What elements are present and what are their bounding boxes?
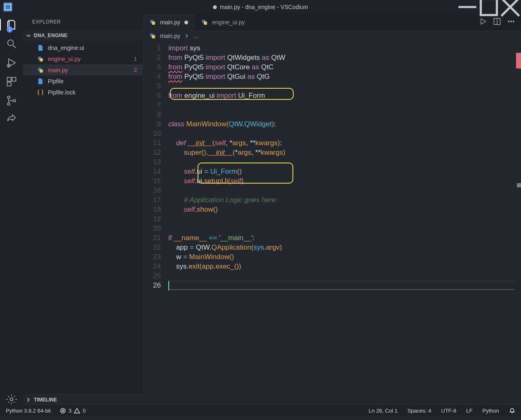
code-editor[interactable]: 1234567891011121314151617181920212223242… xyxy=(143,41,521,405)
svg-marker-34 xyxy=(74,408,80,413)
status-encoding[interactable]: UTF-8 xyxy=(441,408,457,414)
gutter: 1234567891011121314151617181920212223242… xyxy=(143,41,168,405)
svg-point-26 xyxy=(508,21,509,22)
modified-dot-icon xyxy=(213,5,217,9)
activity-scm[interactable] xyxy=(0,95,23,106)
activity-extensions[interactable] xyxy=(0,76,23,87)
window-title-group: main.py - dna_engine - VSCodium xyxy=(213,4,308,10)
status-language[interactable]: Python xyxy=(483,408,499,414)
maximize-button[interactable] xyxy=(478,0,500,14)
split-editor-button[interactable] xyxy=(493,17,501,27)
file-icon xyxy=(37,45,44,51)
svg-rect-9 xyxy=(12,78,16,81)
activity-search[interactable] xyxy=(0,38,23,50)
tab-engine-ui-py[interactable]: engine_ui.py xyxy=(195,14,251,31)
chevron-right-icon xyxy=(184,33,189,38)
svg-rect-22 xyxy=(204,21,207,25)
svg-point-27 xyxy=(511,21,512,22)
svg-rect-1 xyxy=(481,0,497,15)
svg-marker-6 xyxy=(9,59,15,67)
svg-rect-16 xyxy=(40,58,43,61)
explorer-sidebar: EXPLORER DNA_ENGINE dna_engine.ui engine… xyxy=(23,14,143,405)
overview-cursor-marker xyxy=(517,183,521,187)
explorer-badge: 1 xyxy=(7,26,13,33)
status-bar: Python 3.8.2 64-bit 3 0 Ln 26, Col 1 Spa… xyxy=(0,405,521,416)
minimize-button[interactable] xyxy=(457,0,478,14)
python-icon xyxy=(149,33,156,39)
activity-settings[interactable] xyxy=(0,394,23,405)
file-pipfile-lock[interactable]: Pipfile.lock xyxy=(23,87,143,98)
status-python-version[interactable]: Python 3.8.2 64-bit xyxy=(6,408,51,414)
editor-area: main.py engine_ui.py main.py … 123456789… xyxy=(143,14,521,405)
svg-point-12 xyxy=(7,103,10,105)
svg-rect-20 xyxy=(152,21,155,25)
sidebar-title: EXPLORER xyxy=(23,14,143,30)
activity-bar: 1 xyxy=(0,14,23,405)
svg-point-14 xyxy=(10,398,13,401)
close-button[interactable] xyxy=(500,0,521,14)
svg-line-5 xyxy=(13,45,16,48)
title-bar: main.py - dna_engine - VSCodium xyxy=(0,0,521,14)
file-engine-ui-py[interactable]: engine_ui.py 1 xyxy=(23,53,143,64)
svg-rect-18 xyxy=(40,69,43,73)
python-icon xyxy=(37,67,44,73)
app-icon xyxy=(3,2,12,12)
status-cursor-position[interactable]: Ln 26, Col 1 xyxy=(369,408,398,414)
tab-main-py[interactable]: main.py xyxy=(143,14,195,31)
status-problems[interactable]: 3 0 xyxy=(60,408,85,414)
svg-rect-10 xyxy=(7,82,11,86)
activity-explorer[interactable]: 1 xyxy=(0,19,23,31)
chevron-down-icon xyxy=(26,33,31,38)
status-eol[interactable]: LF xyxy=(466,408,472,414)
file-icon xyxy=(37,78,44,85)
overview-ruler[interactable] xyxy=(514,41,521,405)
warning-icon xyxy=(74,408,80,414)
file-main-py[interactable]: main.py 2 xyxy=(23,64,143,76)
file-dna-engine-ui[interactable]: dna_engine.ui xyxy=(23,42,143,53)
status-notifications[interactable] xyxy=(509,408,515,414)
overview-error-marker xyxy=(516,53,521,68)
modified-dot-icon xyxy=(184,21,188,24)
python-icon xyxy=(149,19,156,26)
bell-icon xyxy=(509,408,515,414)
status-indentation[interactable]: Spaces: 4 xyxy=(408,408,431,414)
run-button[interactable] xyxy=(479,17,487,27)
svg-point-11 xyxy=(7,96,10,99)
svg-rect-8 xyxy=(7,78,11,81)
svg-point-13 xyxy=(13,99,16,102)
file-pipfile[interactable]: Pipfile xyxy=(23,76,143,87)
sidebar-folder-header[interactable]: DNA_ENGINE xyxy=(23,30,143,41)
code-content[interactable]: import sys from PyQt5 import QtWidgets a… xyxy=(168,41,521,405)
python-icon xyxy=(37,56,44,62)
python-icon xyxy=(201,19,208,26)
activity-share[interactable] xyxy=(0,114,23,125)
error-icon xyxy=(60,408,66,414)
svg-point-28 xyxy=(513,21,514,22)
more-actions-button[interactable] xyxy=(507,17,515,27)
breadcrumb[interactable]: main.py … xyxy=(143,31,521,41)
svg-rect-30 xyxy=(152,35,155,38)
json-icon xyxy=(37,89,44,96)
file-tree: dna_engine.ui engine_ui.py 1 main.py 2 P… xyxy=(23,41,143,99)
svg-point-4 xyxy=(8,40,14,46)
window-title: main.py - dna_engine - VSCodium xyxy=(220,4,308,10)
chevron-right-icon xyxy=(26,397,31,403)
svg-marker-23 xyxy=(481,19,486,24)
sidebar-timeline-header[interactable]: TIMELINE xyxy=(23,394,143,405)
activity-debug[interactable] xyxy=(0,57,23,68)
